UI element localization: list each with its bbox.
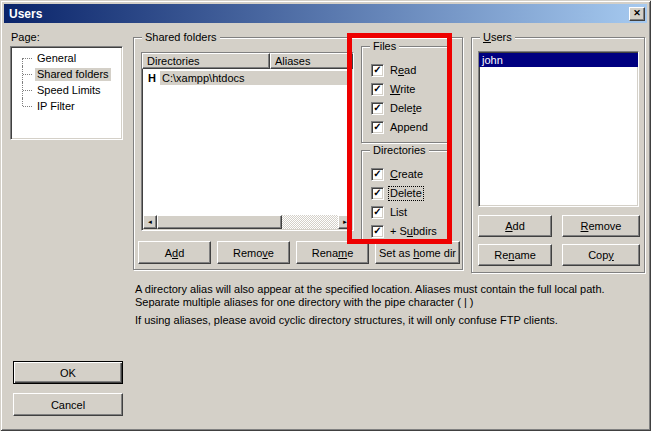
checkbox-label: Append [389,121,429,134]
tree-connector [22,82,35,98]
checkbox-box[interactable]: ✓ [371,187,384,200]
button-label: Rename [494,249,536,261]
add-directory-button[interactable]: Add [138,241,211,264]
check-icon: ✓ [373,84,381,94]
checkbox-dirs-subdirs[interactable]: ✓ + Subdirs [371,224,438,238]
close-button[interactable]: ✕ [629,7,645,21]
check-icon: ✓ [373,207,381,217]
check-icon: ✓ [373,122,381,132]
button-label: Rename [312,247,354,259]
files-permissions-group: Files ✓ Read ✓ Write ✓ Delete ✓ Append [361,46,448,143]
tree-item-shared-folders[interactable]: Shared folders [11,66,122,82]
checkbox-dirs-list[interactable]: ✓ List [371,205,408,219]
title-bar: Users ✕ [4,4,647,23]
rename-user-button[interactable]: Rename [478,244,552,266]
checkbox-box[interactable]: ✓ [371,102,384,115]
checkbox-box[interactable]: ✓ [371,121,384,134]
tree-connector [22,66,35,82]
user-name: john [479,54,503,67]
home-marker: H [148,72,160,84]
checkbox-files-read[interactable]: ✓ Read [371,63,417,77]
scroll-right-button[interactable]: ► [338,215,352,229]
remove-user-button[interactable]: Remove [562,215,640,237]
directory-path: C:\xampp\htdocs [160,71,352,85]
copy-user-button[interactable]: Copy [562,244,640,266]
checkbox-box[interactable]: ✓ [371,168,384,181]
tree-item-label: IP Filter [35,100,77,113]
scroll-track[interactable] [282,215,338,229]
users-group-label: Users [480,31,515,44]
tree-connector [22,50,35,66]
check-icon: ✓ [373,65,381,75]
tree-connector [22,98,35,114]
directory-row[interactable]: H C:\xampp\htdocs [143,71,352,85]
column-header-aliases[interactable]: Aliases [270,53,353,69]
tree-item-ip-filter[interactable]: IP Filter [11,98,122,114]
alias-note: A directory alias will also appear at th… [135,283,641,309]
check-icon: ✓ [373,169,381,179]
tree-item-speed-limits[interactable]: Speed Limits [11,82,122,98]
page-label: Page: [11,31,40,44]
button-label: Copy [588,249,614,261]
checkbox-label: List [389,206,408,219]
close-icon: ✕ [633,9,641,18]
cyclic-note: If using aliases, please avoid cyclic di… [135,314,641,327]
checkbox-label: Read [389,64,417,77]
checkbox-label: Delete [389,102,423,115]
tree-item-general[interactable]: General [11,50,122,66]
button-label: Cancel [51,399,85,411]
users-group: Users john Add Remove Rename Copy [471,37,645,273]
checkbox-box[interactable]: ✓ [371,206,384,219]
button-label: Add [505,220,525,232]
directories-listview: Directories Aliases H C:\xampp\htdocs ◄ … [141,52,354,231]
checkbox-box[interactable]: ✓ [371,83,384,96]
listview-header: Directories Aliases [142,53,353,69]
checkbox-label-focused: Delete [389,187,423,200]
shared-folders-group-label: Shared folders [142,31,220,44]
cancel-button[interactable]: Cancel [13,393,123,416]
tree-item-label-selected: Shared folders [35,68,111,81]
shared-folders-group: Shared folders Directories Aliases H C:\… [133,37,463,270]
button-label: Remove [581,220,622,232]
rename-directory-button[interactable]: Rename [296,241,369,264]
remove-directory-button[interactable]: Remove [217,241,290,264]
directories-group-label: Directories [370,144,429,157]
check-icon: ✓ [373,103,381,113]
page-tree: General Shared folders Speed Limits IP F… [10,46,123,140]
scroll-left-button[interactable]: ◄ [143,215,157,229]
user-row-john[interactable]: john [479,53,638,67]
users-dialog: Users ✕ Page: General Shared folders Spe… [0,0,651,431]
scroll-thumb[interactable] [157,215,282,229]
users-listbox: john [478,51,639,207]
scroll-right-icon: ► [342,219,348,225]
checkbox-box[interactable]: ✓ [371,64,384,77]
listview-body: H C:\xampp\htdocs [143,70,352,215]
button-label: Set as home dir [379,247,456,259]
checkbox-label: + Subdirs [389,225,438,238]
set-as-home-dir-button[interactable]: Set as home dir [375,241,460,264]
button-label: Add [165,247,185,259]
check-icon: ✓ [373,188,381,198]
checkbox-dirs-create[interactable]: ✓ Create [371,167,424,181]
checkbox-dirs-delete[interactable]: ✓ Delete [371,186,423,200]
scroll-left-icon: ◄ [147,219,153,225]
directories-permissions-group: Directories ✓ Create ✓ Delete ✓ List ✓ +… [361,150,448,243]
files-group-label: Files [370,40,399,53]
tree-item-label: Speed Limits [35,84,103,97]
checkbox-files-delete[interactable]: ✓ Delete [371,101,423,115]
add-user-button[interactable]: Add [478,215,552,237]
dialog-title: Users [4,7,629,21]
checkbox-box[interactable]: ✓ [371,225,384,238]
checkbox-label: Write [389,83,416,96]
checkbox-files-write[interactable]: ✓ Write [371,82,416,96]
checkbox-label: Create [389,168,424,181]
ok-button[interactable]: OK [13,361,123,384]
button-label: Remove [233,247,274,259]
check-icon: ✓ [373,226,381,236]
checkbox-files-append[interactable]: ✓ Append [371,120,429,134]
horizontal-scrollbar: ◄ ► [143,215,352,229]
button-label: OK [60,367,76,379]
column-header-directories[interactable]: Directories [142,53,270,69]
tree-item-label: General [35,52,78,65]
help-text: A directory alias will also appear at th… [135,283,641,327]
